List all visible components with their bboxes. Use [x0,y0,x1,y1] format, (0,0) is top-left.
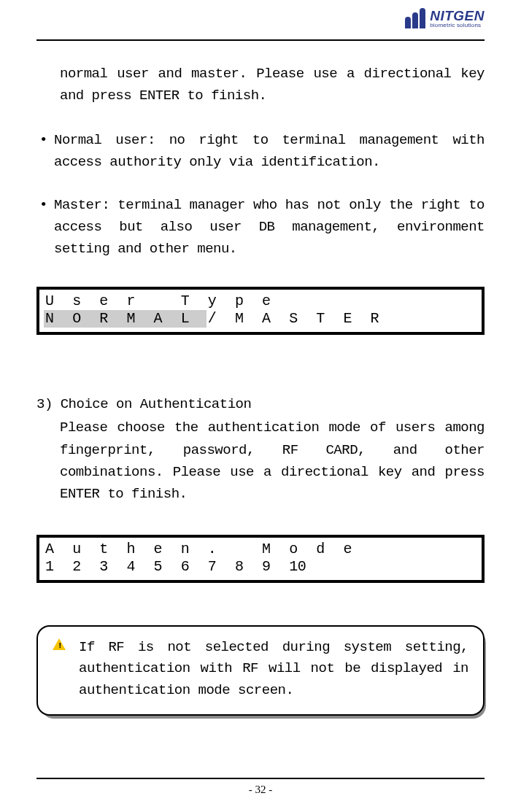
bullet-dot-icon: • [36,129,54,174]
lcd-cell: e [98,293,125,310]
lcd-row-2: 1 2 3 4 5 6 7 8 9 10 [44,558,477,576]
bullet-dot-icon: • [36,194,54,260]
lcd-cell: A [260,310,287,328]
lcd-display-user-type: U s e r T y p e N O R M [36,287,485,335]
section-title: 3) Choice on Authentication [36,393,485,415]
lcd-cell: / [207,310,234,328]
lcd-cell-highlight: R [98,310,125,328]
lcd-cell [450,541,477,558]
lcd-cell: e [153,541,180,558]
brand-logo: NITGEN biometric solutions [405,8,485,28]
section-body: Please choose the authentication mode of… [60,417,485,506]
lcd-cell: n [180,541,207,558]
lcd-cell: 5 [153,558,180,576]
page-content: normal user and master. Please use a dir… [36,41,485,716]
lcd-cell: S [287,310,314,328]
lcd-cell-highlight: L [180,310,207,328]
lcd-cell: A [44,541,71,558]
page-header: NITGEN biometric solutions [36,0,485,41]
lcd-row-1: A u t h e n . M o d e [44,541,477,558]
lcd-cell: T [314,310,341,328]
lcd-cell: r [125,293,152,310]
lcd-cell: p [234,293,260,310]
lcd-cell [153,293,180,310]
lcd-cell: e [260,293,287,310]
page-footer: - 32 - [36,778,485,796]
bullet-list: • Normal user: no right to terminal mana… [36,129,485,260]
lcd-cell [369,541,396,558]
page-number: - 32 - [249,784,273,795]
lcd-cell [234,541,260,558]
lcd-cell: 7 [207,558,234,576]
brand-name: NITGEN [430,9,485,23]
logo-bars-icon [405,8,425,28]
lcd-cell: o [287,541,314,558]
warning-icon [53,637,73,701]
list-item: • Normal user: no right to terminal mana… [36,129,485,174]
lcd-cell: E [341,310,368,328]
lcd-cell [450,293,477,310]
lcd-cell: 9 [260,558,287,576]
lcd-cell: 6 [180,558,207,576]
lcd-cell: . [207,541,234,558]
logo-text: NITGEN biometric solutions [430,9,485,28]
lcd-cell: 8 [234,558,260,576]
lcd-cell [423,541,450,558]
section-authentication: 3) Choice on Authentication Please choos… [36,393,485,506]
lcd-cell: 2 [71,558,98,576]
lcd-cell: 3 [98,558,125,576]
lcd-display-authen-mode: A u t h e n . M o d e 1 2 3 4 [36,535,485,583]
lcd-cell [396,541,423,558]
notice-content: If RF is not selected during system sett… [53,637,468,701]
lcd-cell: M [260,541,287,558]
notice-box: If RF is not selected during system sett… [36,625,485,716]
lcd-cell: U [44,293,71,310]
bullet-text: Normal user: no right to terminal manage… [54,129,485,174]
lcd-cell [314,558,341,576]
lcd-cell: u [71,541,98,558]
lcd-cell [341,558,368,576]
lcd-cell [396,310,423,328]
lcd-cell: 10 [287,558,314,576]
lcd-cell: y [207,293,234,310]
lcd-cell [423,558,450,576]
lcd-cell [423,293,450,310]
lcd-cell: e [341,541,368,558]
lcd-cell [423,310,450,328]
lcd-cell: T [180,293,207,310]
lcd-cell: M [234,310,260,328]
list-item: • Master: terminal manager who has not o… [36,194,485,260]
lcd-cell-highlight: O [71,310,98,328]
notice-frame: If RF is not selected during system sett… [36,625,485,716]
lcd-cell: R [369,310,396,328]
lcd-cell: t [98,541,125,558]
lcd-cell [396,558,423,576]
notice-text: If RF is not selected during system sett… [79,637,468,701]
lcd-cell [396,293,423,310]
lcd-cell [450,558,477,576]
lcd-row-2: N O R M A L / M A S T E R [44,310,477,328]
lcd-cell-highlight: M [125,310,152,328]
lcd-cell: h [125,541,152,558]
lcd-cell [341,293,368,310]
lcd-cell: 4 [125,558,152,576]
lcd-row-1: U s e r T y p e [44,293,477,310]
lcd-cell [369,558,396,576]
bullet-text: Master: terminal manager who has not onl… [54,194,485,260]
lcd-cell: s [71,293,98,310]
brand-tagline: biometric solutions [430,23,485,28]
lcd-cell [287,293,314,310]
lcd-cell [450,310,477,328]
page: NITGEN biometric solutions normal user a… [0,0,521,812]
lcd-cell [314,293,341,310]
lcd-cell: d [314,541,341,558]
lcd-cell [369,293,396,310]
intro-paragraph: normal user and master. Please use a dir… [60,63,485,107]
lcd-cell: 1 [44,558,71,576]
lcd-cell-highlight: N [44,310,71,328]
lcd-cell-highlight: A [153,310,180,328]
